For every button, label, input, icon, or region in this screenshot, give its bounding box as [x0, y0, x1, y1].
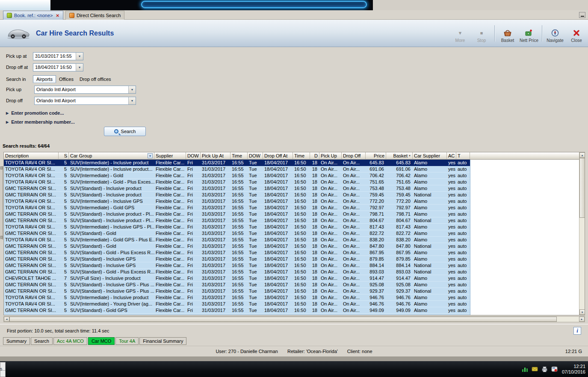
dropoff-combo[interactable]: Orlando Intl Airport ▼ — [34, 97, 136, 105]
tab-direct-clients-search[interactable]: Direct Clients Search — [65, 11, 124, 20]
column-header-description[interactable]: Description — [4, 152, 59, 160]
table-row[interactable]: TOYOTA RAV4 OR SI...5SUV(Intermediate) -… — [4, 160, 579, 166]
horizontal-scroll-thumb[interactable] — [9, 317, 557, 322]
table-row[interactable]: TOYOTA RAV4 OR SI...5SUV(Intermediate) -… — [4, 198, 579, 205]
search-in-tab-offices[interactable]: Offices — [56, 76, 77, 83]
tab-close-icon[interactable]: ✕ — [56, 13, 59, 18]
table-row[interactable]: TOYOTA RAV4 OR SI...5SUV(Intermediate) -… — [4, 205, 579, 211]
pickup-at-combo[interactable]: 31/03/2017 16:55 ▼ — [33, 52, 83, 60]
table-row[interactable]: GMC TERRAIN OR SI...5SUV(Standard) - Inc… — [4, 288, 579, 294]
tab-booking-ref[interactable]: Book. ref.: <none> ✕ — [3, 11, 63, 20]
column-header-label: Car Supplier — [414, 153, 440, 158]
background-scrollbar-top-nub[interactable] — [0, 166, 3, 169]
table-row[interactable]: GMC TERRAIN OR SI...5SUV(Standard) - Gol… — [4, 269, 579, 275]
membership-number-expander[interactable]: ▶ Enter membership number... — [6, 118, 75, 126]
cell-pickup_date: 31/03/2017 — [201, 243, 230, 249]
column-header-dropoff_time[interactable]: Time — [293, 152, 310, 160]
cell-pickup_loc: On Air... — [319, 160, 342, 166]
minimize-button[interactable] — [579, 12, 585, 18]
table-row[interactable]: GMC TERRAIN OR SI...5SUV(Standard) - Gol… — [4, 307, 579, 314]
search-in-tab-airports[interactable]: Airports — [33, 75, 56, 83]
tray-input-icon[interactable] — [551, 366, 558, 372]
table-row[interactable]: TOYOTA RAV4 OR SI...5SUV(Intermediate) -… — [4, 294, 579, 301]
tab-acc-4a-mco[interactable]: Acc 4A MCO — [53, 337, 87, 345]
info-button[interactable]: i — [573, 327, 581, 335]
taskbar-clock[interactable]: 12:21 07/10/2016 — [562, 364, 585, 375]
table-row[interactable]: TOYOTA RAV4 OR SI...5SUV(Intermediate) -… — [4, 301, 579, 307]
table-row[interactable]: TOYOTA RAV4 OR SI...5SUV(Intermediate) -… — [4, 172, 579, 179]
close-button[interactable]: Close — [566, 22, 587, 45]
scroll-up-icon[interactable]: ▲ — [579, 152, 585, 158]
column-header-pickup_date[interactable]: Pick Up At — [201, 152, 230, 160]
dropdown-arrow-icon[interactable]: ▼ — [76, 64, 83, 71]
dropdown-arrow-icon[interactable]: ▼ — [76, 53, 83, 60]
column-header-basket[interactable]: Basket▼ — [386, 152, 413, 160]
table-row[interactable]: GMC TERRAIN OR SI...5SUV(Standard) - Gol… — [4, 249, 579, 256]
tab-search[interactable]: Search — [31, 337, 53, 345]
column-header-ac[interactable]: AC — [447, 152, 456, 160]
tray-printer-icon[interactable] — [541, 366, 548, 372]
pickup-combo[interactable]: Orlando Intl Airport ▼ — [34, 86, 136, 94]
filter-icon[interactable]: ▼ — [148, 153, 153, 158]
tab-car-mco[interactable]: Car MCO — [88, 337, 115, 345]
promotion-code-expander[interactable]: ▶ Enter promotion code... — [6, 109, 64, 117]
background-scrollbar[interactable] — [0, 166, 3, 240]
dropdown-arrow-icon[interactable]: ▼ — [128, 86, 136, 93]
search-button[interactable]: Search — [104, 127, 146, 136]
table-row[interactable]: GMC TERRAIN OR SI...5SUV(Standard) - Inc… — [4, 282, 579, 288]
tab-summary[interactable]: Summary — [3, 337, 30, 345]
horizontal-scrollbar[interactable]: ◄ ► — [3, 316, 585, 322]
column-header-pickup_time[interactable]: Time — [230, 152, 248, 160]
column-header-t[interactable]: T — [456, 152, 470, 160]
cell-dropoff_date: 18/04/2017 — [263, 179, 293, 185]
column-header-s[interactable]: S — [59, 152, 69, 160]
search-in-tab-dropoff-offices[interactable]: Drop off offices — [77, 76, 114, 83]
vertical-scrollbar[interactable]: ▲ ▼ — [579, 152, 585, 315]
taskbar-left-button[interactable]: 5... — [0, 362, 6, 377]
tab-tour-4a[interactable]: Tour 4A — [115, 337, 139, 345]
navigate-button[interactable]: Navigate — [544, 22, 566, 45]
table-row[interactable]: TOYOTA RAV4 OR SI...5SUV(Intermediate) -… — [4, 237, 579, 243]
table-row[interactable]: GMC TERRAIN OR SI...5SUV(Standard) - Inc… — [4, 217, 579, 224]
dropdown-arrow-icon[interactable]: ▼ — [128, 97, 136, 104]
column-header-dropoff_loc[interactable]: Drop Off — [342, 152, 366, 160]
tray-chart-icon[interactable] — [522, 366, 528, 372]
nett-price-button[interactable]: Nett Price — [518, 22, 540, 45]
column-header-dow1[interactable]: DOW — [186, 152, 201, 160]
scroll-down-icon[interactable]: ▼ — [579, 309, 585, 315]
table-row[interactable]: GMC TERRAIN OR SI...5SUV(Standard) - Gol… — [4, 243, 579, 249]
table-row[interactable]: GMC TERRAIN OR SI...5SUV(Standard) - Inc… — [4, 211, 579, 217]
tray-mail-icon[interactable] — [532, 366, 538, 372]
column-header-car_group[interactable]: Car Group▼ — [69, 152, 154, 160]
table-row[interactable]: CHEVROLET TAHOE ...7SUV(Full Size) - Inc… — [4, 314, 579, 315]
table-row[interactable]: GMC TERRAIN OR SI...5SUV(Standard) - Gol… — [4, 230, 579, 237]
scroll-right-icon[interactable]: ► — [579, 317, 585, 322]
basket-button[interactable]: Basket — [497, 22, 518, 45]
column-header-price[interactable]: Price — [366, 152, 386, 160]
background-scrollbar-bottom-nub[interactable] — [0, 236, 3, 239]
column-header-supplier[interactable]: Supplier — [154, 152, 186, 160]
table-row[interactable]: TOYOTA RAV4 OR SI...5SUV(Intermediate) -… — [4, 179, 579, 185]
column-header-dow2[interactable]: DOW — [248, 152, 263, 160]
cell-car_supplier: Alamo — [413, 301, 447, 307]
table-row[interactable]: GMC TERRAIN OR SI...5SUV(Standard) - Inc… — [4, 256, 579, 262]
cell-dropoff_date: 18/04/2017 — [263, 294, 293, 301]
cell-car_group: SUV(Standard) - Gold - Plus Excess R... — [69, 249, 154, 256]
tab-financial-summary[interactable]: Financial Summary — [139, 337, 186, 345]
dropoff-at-combo[interactable]: 18/04/2017 16:50 ▼ — [33, 63, 83, 71]
table-row[interactable]: TOYOTA RAV4 OR SI...5SUV(Intermediate) -… — [4, 224, 579, 230]
cell-dropoff_date: 18/04/2017 — [263, 230, 293, 237]
scroll-left-icon[interactable]: ◄ — [4, 317, 9, 322]
column-header-dropoff_date[interactable]: Drop Off At — [263, 152, 293, 160]
table-row[interactable]: GMC TERRAIN OR SI...5SUV(Standard) - Inc… — [4, 262, 579, 269]
table-row[interactable]: TOYOTA RAV4 OR SI...5SUV(Intermediate) -… — [4, 166, 579, 172]
column-header-car_supplier[interactable]: Car Supplier — [413, 152, 447, 160]
column-header-pickup_loc[interactable]: Pick Up — [319, 152, 342, 160]
vertical-scroll-thumb[interactable] — [579, 158, 585, 218]
table-row[interactable]: GMC TERRAIN OR SI...5SUV(Standard) - Inc… — [4, 192, 579, 198]
column-header-d[interactable]: D — [310, 152, 319, 160]
table-row[interactable]: GMC TERRAIN OR SI...5SUV(Standard) - Inc… — [4, 185, 579, 192]
table-row[interactable]: CHEVROLET TAHOE ...7SUV(Full Size) - Inc… — [4, 275, 579, 282]
cell-supplier: Flexible Car... — [154, 262, 186, 269]
cell-pickup_date: 31/03/2017 — [201, 205, 230, 211]
